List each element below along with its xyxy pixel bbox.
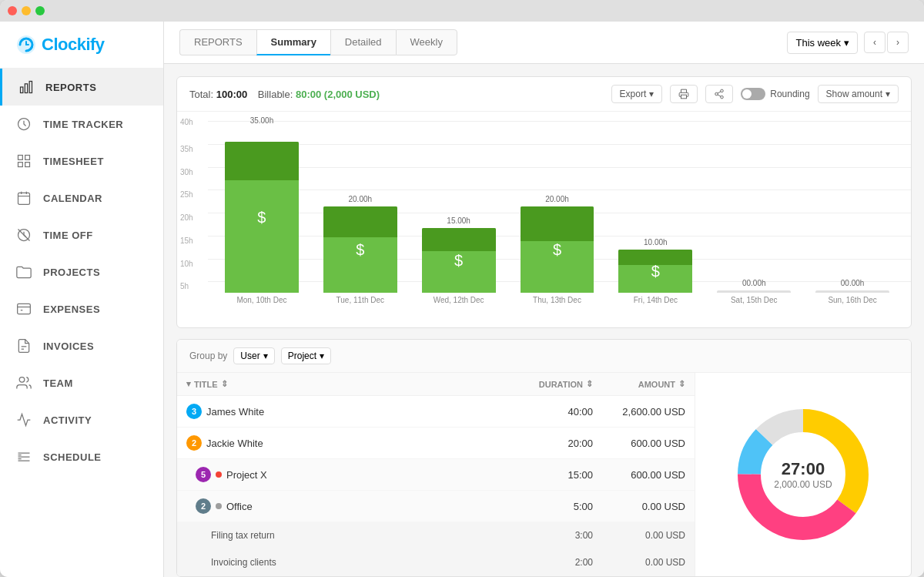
row-name: Project X [216, 469, 500, 481]
chart-panel: Total: 100:00 Billable: 80:00 (2,000 USD… [176, 76, 912, 328]
content-area: Total: 100:00 Billable: 80:00 (2,000 USD… [164, 64, 924, 577]
table-row[interactable]: 2 Jackie White 20:00 600.00 USD [177, 428, 695, 459]
svg-rect-1 [21, 87, 23, 93]
sidebar-item-calendar[interactable]: CALENDAR [0, 179, 163, 216]
users-icon [15, 374, 32, 391]
row-name: Jackie White [206, 438, 500, 449]
app-window: Clockify REPORTS TIME TRACKER TIMESHEET [0, 0, 924, 577]
donut-center: 27:00 2,000.00 USD [774, 459, 832, 490]
row-duration: 20:00 [500, 438, 593, 449]
svg-line-30 [718, 95, 721, 96]
sidebar-item-schedule[interactable]: SCHEDULE [0, 438, 163, 475]
tab-reports[interactable]: REPORTS [179, 29, 256, 55]
close-dot[interactable] [8, 6, 17, 15]
export-button[interactable]: Export ▾ [611, 85, 663, 103]
clockify-logo-icon [15, 34, 37, 55]
period-selector[interactable]: This week ▾ [787, 32, 858, 54]
bar-sat: 00.00h Sat, 15th Dec [708, 279, 800, 304]
sidebar-item-activity[interactable]: ACTIVITY [0, 401, 163, 438]
chevron-down-icon: ▾ [263, 351, 268, 361]
sort-duration-icon[interactable]: ⇕ [586, 379, 593, 389]
tab-detailed[interactable]: Detailed [330, 29, 396, 55]
logo-text: Clockify [42, 35, 105, 55]
bars: 35.00h $ Mon, 10th Dec [216, 121, 899, 304]
svg-rect-5 [18, 156, 23, 160]
svg-rect-8 [25, 163, 30, 167]
expand-col-icon: ▾ [186, 379, 191, 389]
rounding-toggle[interactable]: Rounding [741, 88, 809, 100]
sort-icon[interactable]: ⇕ [221, 379, 228, 389]
show-amount-button[interactable]: Show amount ▾ [818, 85, 899, 103]
topbar: REPORTS Summary Detailed Weekly This wee… [164, 22, 924, 64]
group-by-project[interactable]: Project ▾ [281, 347, 331, 364]
chart-panel-header: Total: 100:00 Billable: 80:00 (2,000 USD… [177, 77, 911, 112]
billable-value: 80:00 (2,000 USD) [296, 89, 380, 100]
group-by-user[interactable]: User ▾ [233, 347, 274, 364]
table-row[interactable]: 2 Office 5:00 0.00 USD [177, 491, 695, 522]
sidebar-item-time-off[interactable]: TIME OFF [0, 216, 163, 253]
title-col-header: TITLE [194, 380, 218, 389]
amount-col-header: AMOUNT [638, 380, 675, 389]
minimize-dot[interactable] [22, 6, 31, 15]
donut-chart: 27:00 2,000.00 USD [726, 398, 880, 552]
share-button[interactable] [705, 85, 733, 103]
donut-time: 27:00 [774, 459, 832, 479]
titlebar [0, 0, 924, 22]
maximize-dot[interactable] [35, 6, 45, 15]
tab-summary[interactable]: Summary [256, 29, 330, 55]
sidebar-item-timesheet[interactable]: TIMESHEET [0, 143, 163, 179]
table-row[interactable]: Filing tax return 3:00 0.00 USD [177, 522, 695, 549]
sidebar-item-timesheet-label: TIMESHEET [43, 156, 104, 167]
svg-rect-15 [18, 304, 31, 314]
svg-line-31 [718, 92, 721, 93]
sidebar-item-projects[interactable]: PROJECTS [0, 253, 163, 290]
sidebar-item-expenses[interactable]: EXPENSES [0, 290, 163, 327]
app-body: Clockify REPORTS TIME TRACKER TIMESHEET [0, 22, 924, 577]
next-period-button[interactable]: › [887, 32, 909, 53]
row-duration: 5:00 [500, 501, 593, 512]
activity-icon [15, 411, 32, 428]
svg-rect-9 [18, 193, 30, 204]
period-navigation: ‹ › [864, 32, 909, 53]
row-count: 2 [186, 435, 202, 451]
sidebar-item-invoices-label: INVOICES [43, 340, 94, 352]
svg-point-27 [721, 89, 724, 92]
donut-chart-container: 27:00 2,000.00 USD [695, 373, 911, 576]
column-headers: ▾ TITLE ⇕ DURATION ⇕ AMOUNT [177, 373, 695, 396]
row-count: 2 [196, 498, 211, 514]
sidebar-item-team[interactable]: TEAM [0, 364, 163, 401]
row-amount: 600.00 USD [593, 469, 685, 481]
sidebar-item-time-off-label: TIME OFF [43, 230, 93, 241]
chevron-down-icon: ▾ [886, 89, 890, 99]
table-row[interactable]: Invoicing clients 2:00 0.00 USD [177, 549, 695, 576]
row-name: James White [206, 406, 500, 418]
row-amount: 0.00 USD [593, 530, 685, 541]
tab-weekly[interactable]: Weekly [396, 29, 457, 55]
print-button[interactable] [670, 85, 698, 103]
row-count: 5 [196, 467, 211, 482]
bar-fri: 10.00h $ Fri, 14th Dec [609, 238, 701, 304]
schedule-icon [15, 448, 32, 465]
sidebar-item-calendar-label: CALENDAR [43, 193, 102, 204]
sidebar-item-invoices[interactable]: INVOICES [0, 327, 163, 364]
sidebar-item-reports-label: REPORTS [45, 82, 96, 93]
sidebar-item-time-tracker[interactable]: TIME TRACKER [0, 106, 163, 143]
table-row[interactable]: 5 Project X 15:00 600.00 USD [177, 459, 695, 491]
main-content: REPORTS Summary Detailed Weekly This wee… [164, 22, 924, 577]
prev-period-button[interactable]: ‹ [864, 32, 886, 53]
sidebar-item-reports[interactable]: REPORTS [0, 69, 163, 106]
row-amount: 0.00 USD [593, 501, 685, 512]
bar-chart: 40h 35h 30h 25h 20h 15h 10h 5h [177, 112, 911, 327]
table-row[interactable]: 3 James White 40:00 2,600.00 USD [177, 396, 695, 428]
table-left: ▾ TITLE ⇕ DURATION ⇕ AMOUNT [177, 373, 695, 576]
row-name: Filing tax return [211, 530, 500, 541]
sidebar-item-time-tracker-label: TIME TRACKER [43, 119, 123, 130]
calendar-icon [15, 190, 32, 206]
logo: Clockify [0, 22, 163, 69]
svg-rect-7 [18, 163, 23, 167]
bar-sun: 00.00h Sun, 16th Dec [806, 279, 899, 304]
sort-amount-icon[interactable]: ⇕ [678, 379, 685, 389]
row-duration: 15:00 [500, 469, 593, 481]
svg-rect-6 [25, 156, 30, 160]
bar-mon: 35.00h $ Mon, 10th Dec [216, 130, 308, 304]
